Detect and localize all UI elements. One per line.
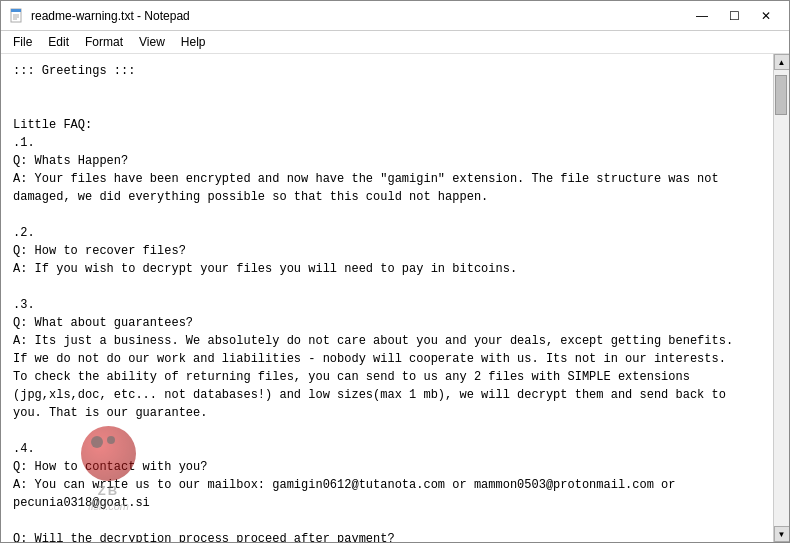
window-controls: — ☐ ✕ bbox=[687, 5, 781, 27]
title-bar-left: readme-warning.txt - Notepad bbox=[9, 8, 190, 24]
menu-bar: File Edit Format View Help bbox=[1, 31, 789, 54]
menu-help[interactable]: Help bbox=[173, 33, 214, 51]
menu-view[interactable]: View bbox=[131, 33, 173, 51]
scroll-down-button[interactable]: ▼ bbox=[774, 526, 790, 542]
window-title: readme-warning.txt - Notepad bbox=[31, 9, 190, 23]
text-editor[interactable]: ::: Greetings ::: Little FAQ: .1. Q: Wha… bbox=[1, 54, 773, 542]
content-wrapper: ::: Greetings ::: Little FAQ: .1. Q: Wha… bbox=[1, 54, 773, 542]
close-button[interactable]: ✕ bbox=[751, 5, 781, 27]
scroll-thumb[interactable] bbox=[775, 75, 787, 115]
menu-edit[interactable]: Edit bbox=[40, 33, 77, 51]
app-icon bbox=[9, 8, 25, 24]
content-area: ::: Greetings ::: Little FAQ: .1. Q: Wha… bbox=[1, 54, 789, 542]
title-bar: readme-warning.txt - Notepad — ☐ ✕ bbox=[1, 1, 789, 31]
notepad-window: readme-warning.txt - Notepad — ☐ ✕ File … bbox=[0, 0, 790, 543]
vertical-scrollbar[interactable]: ▲ ▼ bbox=[773, 54, 789, 542]
menu-format[interactable]: Format bbox=[77, 33, 131, 51]
maximize-button[interactable]: ☐ bbox=[719, 5, 749, 27]
scroll-track[interactable] bbox=[774, 70, 789, 526]
scroll-up-button[interactable]: ▲ bbox=[774, 54, 790, 70]
svg-rect-1 bbox=[11, 9, 21, 12]
minimize-button[interactable]: — bbox=[687, 5, 717, 27]
menu-file[interactable]: File bbox=[5, 33, 40, 51]
